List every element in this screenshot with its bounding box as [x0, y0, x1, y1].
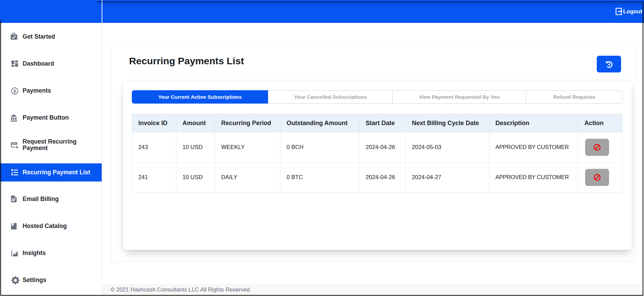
svg-text:$: $ [13, 88, 16, 93]
